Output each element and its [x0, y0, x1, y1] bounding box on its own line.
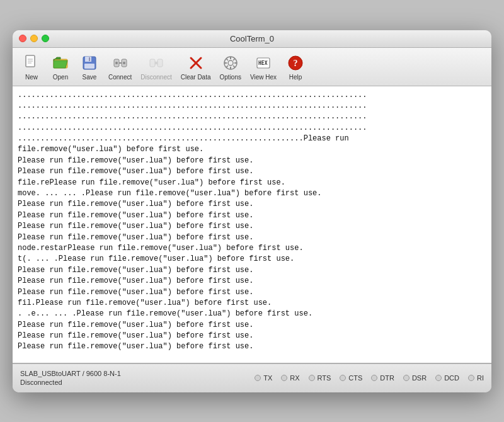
tx-led [255, 375, 261, 381]
new-button[interactable]: New [18, 50, 45, 83]
clear-icon [186, 53, 206, 73]
svg-text:HEX: HEX [258, 60, 268, 66]
terminal-output: ........................................… [13, 86, 491, 363]
connect-button[interactable]: Connect [105, 50, 135, 83]
ri-label: RI [477, 374, 484, 382]
svg-rect-7 [85, 57, 91, 62]
status-indicators: TX RX RTS CTS DTR DSR [255, 374, 484, 382]
status-left: SLAB_USBtoUART / 9600 8-N-1 Disconnected [20, 370, 255, 386]
viewhex-icon: HEX [253, 53, 273, 73]
maximize-button[interactable] [42, 35, 49, 42]
svg-rect-9 [84, 64, 94, 69]
view-hex-button[interactable]: HEX View Hex [246, 50, 280, 83]
dcd-led [435, 375, 442, 381]
svg-point-14 [123, 62, 125, 64]
minimize-button[interactable] [30, 35, 38, 42]
help-label: Help [289, 74, 302, 81]
statusbar: SLAB_USBtoUART / 9600 8-N-1 Disconnected… [13, 363, 491, 392]
options-icon [220, 53, 241, 73]
save-label: Save [83, 74, 97, 81]
svg-rect-8 [89, 57, 90, 61]
toolbar: New Open Save [13, 48, 491, 86]
open-icon [50, 53, 71, 73]
save-button[interactable]: Save [76, 50, 103, 83]
cts-indicator: CTS [340, 374, 362, 382]
dcd-label: DCD [444, 374, 459, 382]
new-label: New [25, 74, 38, 81]
connection-status: Disconnected [20, 379, 255, 386]
dtr-led [371, 375, 377, 381]
help-icon: ? [285, 53, 306, 73]
ri-led [468, 375, 474, 381]
svg-line-30 [226, 66, 228, 67]
svg-line-29 [233, 59, 235, 60]
svg-line-27 [226, 59, 228, 60]
connection-info: SLAB_USBtoUART / 9600 8-N-1 [20, 370, 255, 377]
ri-indicator: RI [468, 374, 484, 382]
options-button[interactable]: Options [216, 50, 245, 83]
help-button[interactable]: ? Help [282, 50, 309, 83]
disconnect-label: Disconnect [140, 74, 171, 81]
open-label: Open [53, 74, 68, 81]
disconnect-button[interactable]: Disconnect [137, 50, 175, 83]
svg-point-22 [228, 60, 233, 66]
dsr-led [403, 375, 410, 381]
open-button[interactable]: Open [47, 50, 74, 83]
tx-indicator: TX [255, 374, 272, 382]
view-hex-label: View Hex [250, 74, 277, 81]
clear-data-button[interactable]: Clear Data [177, 50, 215, 83]
rts-indicator: RTS [309, 374, 331, 382]
tx-label: TX [263, 374, 272, 382]
rx-label: RX [290, 374, 299, 382]
rx-led [281, 375, 287, 381]
dtr-label: DTR [380, 374, 394, 382]
rts-led [309, 375, 315, 381]
close-button[interactable] [19, 35, 26, 42]
rts-label: RTS [318, 374, 331, 382]
disconnect-icon [146, 53, 166, 73]
cts-led [340, 375, 346, 381]
svg-point-13 [115, 62, 118, 64]
dsr-label: DSR [412, 374, 427, 382]
window-controls [19, 35, 49, 42]
dcd-indicator: DCD [435, 374, 459, 382]
main-window: CoolTerm_0 New [13, 30, 491, 392]
svg-rect-16 [158, 59, 163, 67]
dsr-indicator: DSR [403, 374, 427, 382]
window-title: CoolTerm_0 [230, 34, 274, 43]
clear-data-label: Clear Data [181, 74, 211, 81]
titlebar: CoolTerm_0 [13, 30, 491, 48]
svg-text:?: ? [294, 59, 298, 68]
svg-line-28 [233, 66, 235, 67]
svg-rect-15 [150, 59, 155, 67]
cts-label: CTS [348, 374, 362, 382]
connect-icon [110, 53, 130, 73]
options-label: Options [220, 74, 241, 81]
connect-label: Connect [108, 74, 132, 81]
save-icon [79, 53, 100, 73]
dtr-indicator: DTR [371, 374, 394, 382]
rx-indicator: RX [281, 374, 299, 382]
new-icon [21, 53, 42, 73]
